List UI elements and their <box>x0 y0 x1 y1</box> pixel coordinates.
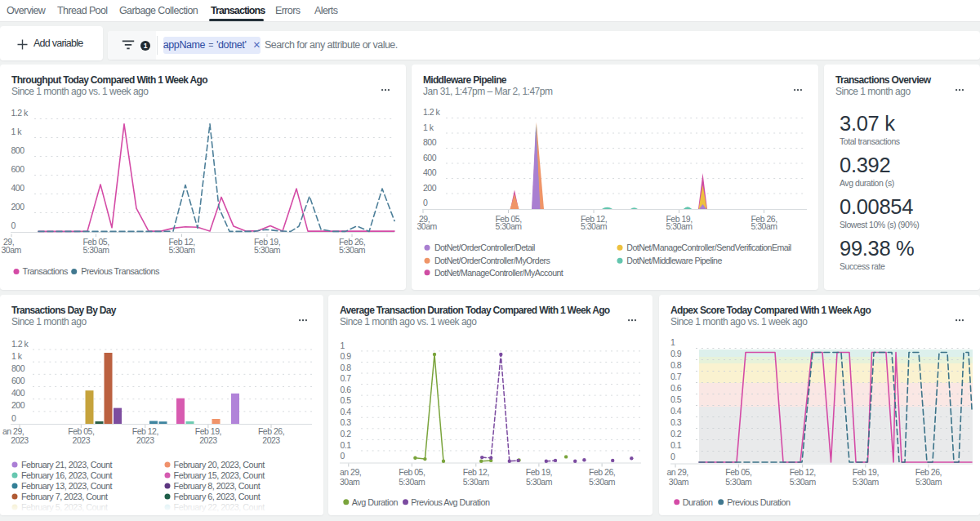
svg-text:February 8, 2023, Count: February 8, 2023, Count <box>174 481 261 491</box>
svg-text:Previous Duration: Previous Duration <box>727 497 791 507</box>
svg-text:30am: 30am <box>417 221 438 231</box>
svg-text:DotNet/ManageController/MyAcco: DotNet/ManageController/MyAccount <box>434 268 564 278</box>
svg-text:2023: 2023 <box>262 435 280 445</box>
svg-text:200: 200 <box>423 183 437 193</box>
svg-text:0.2: 0.2 <box>341 429 352 439</box>
svg-text:February 6, 2023, Count: February 6, 2023, Count <box>174 492 261 501</box>
svg-text:2023: 2023 <box>136 435 154 445</box>
svg-text:600: 600 <box>11 376 25 385</box>
svg-text:0.8: 0.8 <box>341 363 352 372</box>
svg-text:February 15, 2023, Count: February 15, 2023, Count <box>174 470 265 480</box>
svg-text:1 k: 1 k <box>423 122 434 132</box>
svg-text:0: 0 <box>341 451 345 461</box>
svg-text:Feb 26,: Feb 26, <box>589 467 615 477</box>
svg-text:0: 0 <box>11 413 16 423</box>
svg-text:200: 200 <box>11 202 25 212</box>
svg-text:5:30am: 5:30am <box>526 477 553 487</box>
svg-text:Avg Duration: Avg Duration <box>352 497 399 507</box>
svg-text:800: 800 <box>11 363 25 373</box>
svg-text:0: 0 <box>670 452 675 461</box>
svg-text:Duration: Duration <box>683 497 713 507</box>
svg-text:0.7: 0.7 <box>670 372 682 381</box>
svg-text:February 13, 2023, Count: February 13, 2023, Count <box>21 481 113 491</box>
svg-text:1.2 k: 1.2 k <box>11 339 29 349</box>
svg-text:DotNet/ManageController/SendVe: DotNet/ManageController/SendVerification… <box>626 243 791 252</box>
svg-text:30am: 30am <box>2 245 22 255</box>
svg-text:800: 800 <box>11 145 25 155</box>
svg-text:600: 600 <box>11 164 25 174</box>
svg-text:Transactions: Transactions <box>23 266 69 276</box>
svg-text:5:30am: 5:30am <box>82 245 109 255</box>
svg-text:400: 400 <box>11 183 25 193</box>
svg-text:an 29,: an 29, <box>2 426 24 436</box>
svg-text:0.6: 0.6 <box>341 385 352 394</box>
svg-text:5:30am: 5:30am <box>495 221 522 231</box>
svg-text:0: 0 <box>11 220 16 230</box>
svg-text:DotNet/Middleware Pipeline: DotNet/Middleware Pipeline <box>626 256 722 265</box>
svg-text:5:30am: 5:30am <box>254 245 281 255</box>
svg-text:Feb 19,: Feb 19, <box>526 467 552 477</box>
svg-text:Feb 26,: Feb 26, <box>258 426 284 436</box>
svg-text:5:30am: 5:30am <box>581 221 608 231</box>
svg-text:1 k: 1 k <box>11 127 23 136</box>
svg-text:Feb 12,: Feb 12, <box>132 426 158 436</box>
svg-text:Feb 26,: Feb 26, <box>915 467 942 477</box>
svg-text:5:30am: 5:30am <box>463 477 490 487</box>
svg-text:0.4: 0.4 <box>670 406 682 416</box>
svg-text:Feb 12,: Feb 12, <box>463 467 489 477</box>
svg-text:0.8: 0.8 <box>670 360 682 370</box>
svg-text:400: 400 <box>423 167 437 177</box>
svg-text:Feb 05,: Feb 05, <box>68 426 94 436</box>
svg-text:5:30am: 5:30am <box>589 477 616 487</box>
svg-text:Feb 19,: Feb 19, <box>853 467 879 477</box>
svg-text:5:30am: 5:30am <box>399 477 425 487</box>
svg-text:600: 600 <box>423 153 437 163</box>
svg-text:800: 800 <box>423 137 437 147</box>
svg-text:1.2 k: 1.2 k <box>11 108 29 118</box>
svg-text:5:30am: 5:30am <box>853 477 880 487</box>
svg-text:5:30am: 5:30am <box>790 477 817 487</box>
svg-text:0.5: 0.5 <box>670 394 682 404</box>
svg-text:DotNet/OrderController/Detail: DotNet/OrderController/Detail <box>434 243 535 252</box>
svg-text:1 k: 1 k <box>11 351 23 361</box>
svg-text:5:30am: 5:30am <box>339 245 366 255</box>
svg-text:0.3: 0.3 <box>341 417 352 427</box>
svg-text:0.4: 0.4 <box>341 407 352 416</box>
svg-text:1.2 k: 1.2 k <box>423 107 441 117</box>
svg-text:1: 1 <box>144 41 148 49</box>
svg-text:February 16, 2023, Count: February 16, 2023, Count <box>21 470 113 480</box>
svg-text:30am: 30am <box>340 477 360 487</box>
svg-text:February 7, 2023, Count: February 7, 2023, Count <box>21 492 108 501</box>
svg-text:5:30am: 5:30am <box>168 245 195 255</box>
svg-text:0.7: 0.7 <box>341 373 352 383</box>
svg-text:2023: 2023 <box>11 435 29 445</box>
svg-text:DotNet/OrderController/MyOrder: DotNet/OrderController/MyOrders <box>434 256 550 265</box>
svg-text:0.9: 0.9 <box>341 351 352 361</box>
svg-text:0.9: 0.9 <box>670 349 682 358</box>
svg-text:0.3: 0.3 <box>670 417 682 427</box>
svg-text:0.5: 0.5 <box>341 395 352 405</box>
svg-text:400: 400 <box>11 388 25 398</box>
svg-text:Feb 19,: Feb 19, <box>195 426 221 436</box>
svg-text:1: 1 <box>341 341 345 350</box>
svg-text:5:30am: 5:30am <box>666 221 693 231</box>
svg-text:0.1: 0.1 <box>670 440 682 450</box>
svg-text:February 21, 2023, Count: February 21, 2023, Count <box>21 460 113 470</box>
svg-text:Feb 12,: Feb 12, <box>790 467 816 477</box>
svg-text:0.6: 0.6 <box>670 383 682 393</box>
svg-text:2023: 2023 <box>73 435 91 445</box>
svg-text:an 29,: an 29, <box>340 467 361 477</box>
svg-text:Feb 05,: Feb 05, <box>725 467 751 477</box>
svg-text:an 29,: an 29, <box>667 467 688 477</box>
svg-text:0.2: 0.2 <box>670 429 682 439</box>
svg-text:30am: 30am <box>669 477 689 487</box>
svg-text:5:30am: 5:30am <box>725 477 752 487</box>
svg-text:Feb 05,: Feb 05, <box>399 467 425 477</box>
svg-text:5:30am: 5:30am <box>751 221 777 231</box>
svg-text:February 20, 2023, Count: February 20, 2023, Count <box>174 460 265 470</box>
svg-text:Previous Transactions: Previous Transactions <box>81 266 160 276</box>
svg-text:0: 0 <box>423 198 428 207</box>
svg-text:1: 1 <box>670 337 675 347</box>
svg-text:Previous Avg Duration: Previous Avg Duration <box>411 497 490 507</box>
svg-text:2023: 2023 <box>199 435 217 445</box>
